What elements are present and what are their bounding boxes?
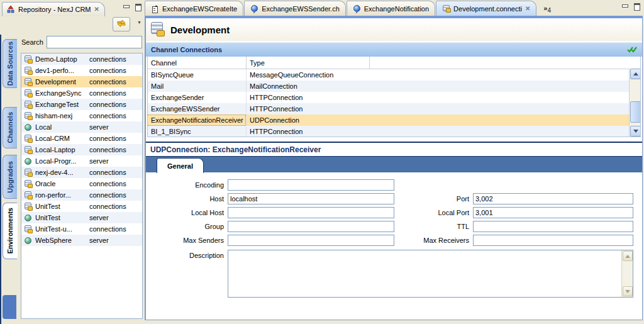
empty-cell (369, 81, 640, 92)
connections-icon (24, 67, 32, 75)
server-icon (24, 214, 32, 222)
field-label: Host (146, 195, 228, 203)
description-field[interactable] (228, 250, 633, 298)
editor-tab-label: ExchangeNotification (364, 5, 429, 13)
channel-cell[interactable]: ExchangeNotificationReceiver (148, 115, 246, 126)
channel-cell[interactable]: ExchangeSender (148, 92, 246, 103)
tree-item-name: UnitTest (35, 203, 84, 210)
tree-item[interactable]: Local server (21, 121, 142, 133)
maximize-icon[interactable] (135, 4, 142, 10)
tree-item[interactable]: Oracle connections (21, 178, 142, 189)
scrollbar-thumb[interactable] (630, 101, 641, 123)
tree-item[interactable]: nexj-dev-4... connections (21, 167, 142, 178)
channel-table-header: Channel Type (148, 57, 640, 69)
editor-tab[interactable]: ExchangeEWSCreateIte ✕ (145, 1, 243, 16)
category-tab[interactable]: Channels (3, 107, 17, 148)
channel-row[interactable]: Mail MailConnection (148, 81, 640, 92)
scroll-down-icon[interactable] (623, 286, 633, 296)
tree-item[interactable]: hisham-nexj connections (21, 110, 142, 121)
tree-item[interactable]: WebSphere server (21, 235, 142, 246)
editor-tab-bar: ExchangeEWSCreateIte ✕ ExchangeEWSSender… (145, 0, 643, 16)
field-input[interactable] (473, 207, 633, 218)
column-header-type[interactable]: Type (246, 57, 369, 69)
field-label: Port (394, 195, 473, 203)
tab-general[interactable]: General (157, 158, 204, 173)
category-tab[interactable]: Environments (3, 203, 18, 259)
table-scrollbar[interactable] (629, 69, 640, 137)
search-input[interactable] (47, 36, 142, 48)
channel-cell[interactable]: ExchangeEWSSender (148, 103, 246, 115)
column-header-channel[interactable]: Channel (148, 57, 246, 69)
channel-cell[interactable]: Mail (148, 81, 246, 92)
close-icon[interactable]: ✕ (525, 6, 530, 12)
field-input[interactable] (228, 193, 394, 204)
form-row: Local Host Local Port (146, 207, 642, 218)
field-input[interactable] (228, 221, 394, 232)
tree-item-name: Development (35, 78, 84, 86)
editor-tab-label: Development.connecti (453, 5, 522, 13)
tree-item[interactable]: UnitTest-u... connections (21, 223, 142, 235)
category-tab[interactable]: Data Sources (3, 39, 17, 88)
tab-overflow-button[interactable]: »4 (543, 4, 551, 16)
tree-item[interactable]: ExchangeSync connections (21, 87, 142, 99)
tree-item[interactable]: Local-Progr... server (21, 155, 142, 167)
server-icon (24, 157, 32, 165)
field-input[interactable] (228, 179, 394, 191)
tree-item[interactable]: UnitTest connections (21, 201, 142, 212)
tree-item[interactable]: dev1-perfo... connections (21, 65, 142, 76)
channel-row[interactable]: ExchangeNotificationReceiver UDPConnecti… (148, 115, 640, 126)
channel-row[interactable]: BISyncQueue MessageQueueConnection (148, 69, 640, 81)
empty-cell (369, 115, 640, 126)
channel-cell[interactable]: BISyncQueue (148, 69, 246, 81)
tree-item-name: ron-perfor... (35, 191, 84, 199)
connections-icon (24, 180, 32, 188)
scroll-up-icon[interactable] (630, 69, 641, 79)
tree-item-type: connections (89, 191, 126, 199)
tree-item[interactable]: Demo-Laptop connections (21, 53, 142, 65)
channel-row[interactable]: ExchangeSender HTTPConnection (148, 92, 640, 103)
type-cell[interactable]: MailConnection (246, 81, 369, 92)
field-input[interactable] (228, 235, 394, 246)
editor-window-controls (621, 3, 640, 9)
type-cell[interactable]: HTTPConnection (246, 92, 369, 103)
minimize-icon[interactable] (621, 3, 628, 9)
form-row: Host Port (146, 193, 642, 204)
tree-item-name: Local-Progr... (35, 157, 84, 165)
category-tab-label: Upgrades (6, 161, 14, 193)
type-cell[interactable]: HTTPConnection (246, 103, 369, 115)
channel-row[interactable]: ExchangeEWSSender HTTPConnection (148, 103, 640, 115)
scroll-down-icon[interactable] (630, 126, 641, 137)
tree-item[interactable]: ExchangeTest connections (21, 99, 142, 110)
tree-item[interactable]: Local-CRM connections (21, 133, 142, 144)
description-scrollbar[interactable] (621, 250, 633, 297)
channel-cell[interactable]: BI_1_BISync (148, 126, 246, 137)
field-input[interactable] (473, 193, 633, 204)
tree-item-name: Demo-Laptop (35, 55, 84, 63)
type-cell[interactable]: UDPConnection (246, 115, 369, 126)
hidden-tab-count: 4 (547, 7, 551, 14)
type-cell[interactable]: HTTPConnection (246, 126, 369, 137)
field-input[interactable] (473, 221, 633, 232)
channel-row[interactable]: BI_1_BISync HTTPConnection (148, 126, 640, 137)
field-label: Max Senders (146, 237, 228, 244)
tree-item[interactable]: Local-Laptop connections (21, 144, 142, 155)
field-input[interactable] (473, 235, 633, 246)
close-icon[interactable]: ✕ (94, 6, 99, 13)
type-cell[interactable]: MessageQueueConnection (246, 69, 369, 81)
tree-item-type: server (89, 123, 109, 131)
field-input[interactable] (228, 207, 394, 218)
tree-item[interactable]: Development connections (21, 76, 142, 87)
repository-view-tab[interactable]: Repository - NexJ CRM ✕ (2, 2, 105, 16)
scroll-up-icon[interactable] (623, 251, 633, 261)
editor-tab[interactable]: Development.connecti ✕ (436, 1, 536, 16)
editor-tab[interactable]: ExchangeNotification ✕ (347, 1, 435, 16)
link-with-editor-button[interactable] (113, 17, 130, 31)
minimize-icon[interactable] (123, 4, 130, 10)
view-menu-dropdown-icon[interactable]: ▼ (137, 20, 142, 25)
tree-item[interactable]: UnitTest server (21, 212, 142, 223)
editor-tab[interactable]: ExchangeEWSSender.ch ✕ (244, 1, 346, 16)
maximize-icon[interactable] (633, 3, 640, 9)
server-icon (24, 237, 32, 245)
tree-item[interactable]: ron-perfor... connections (21, 189, 142, 201)
category-tab[interactable]: Upgrades (3, 155, 17, 199)
